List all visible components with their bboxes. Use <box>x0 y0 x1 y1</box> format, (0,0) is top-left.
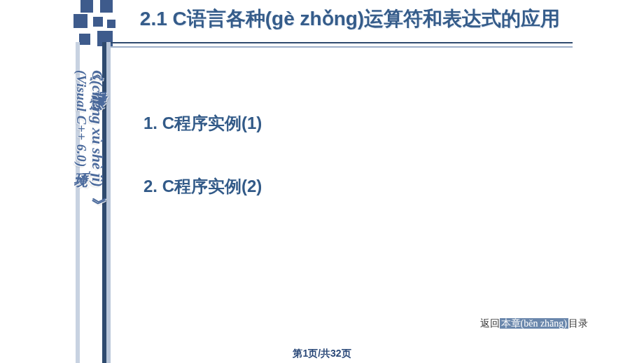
sidebar-book-title: 《C语言程序设计(chéng xù shè jì)》 <box>90 70 106 350</box>
list-item[interactable]: 1. C程序实例(1) <box>144 112 262 135</box>
deco-square <box>79 34 90 45</box>
deco-square <box>100 0 113 13</box>
list-item[interactable]: 2. C程序实例(2) <box>144 175 262 198</box>
vertical-divider-soft <box>106 42 111 363</box>
title-underline-light <box>111 46 573 48</box>
page-indicator-text: 第1页/共32页 <box>293 348 351 359</box>
footer-prefix: 返回 <box>480 318 500 329</box>
page-title: 2.1 C语言各种(gè zhǒng)运算符和表达式的应用 <box>126 6 574 32</box>
footer-highlight: 本章(běn zhāng) <box>500 318 568 329</box>
return-chapter-link[interactable]: 返回本章(běn zhāng)目录 <box>480 317 588 330</box>
left-band: 《C语言程序设计(chéng xù shè jì)》 (Visual C++ 6… <box>0 0 118 363</box>
deco-square <box>107 20 115 28</box>
sidebar-env-label: (Visual C++ 6.0环境) <box>74 70 88 266</box>
content-list: 1. C程序实例(1) 2. C程序实例(2) <box>144 112 262 238</box>
deco-square <box>80 0 93 13</box>
footer-suffix: 目录 <box>568 318 588 329</box>
deco-square <box>93 17 103 27</box>
deco-square <box>74 14 88 28</box>
page-indicator: 第1页/共32页 <box>0 348 644 360</box>
slide: 《C语言程序设计(chéng xù shè jì)》 (Visual C++ 6… <box>0 0 644 363</box>
title-underline-dark <box>111 42 573 43</box>
